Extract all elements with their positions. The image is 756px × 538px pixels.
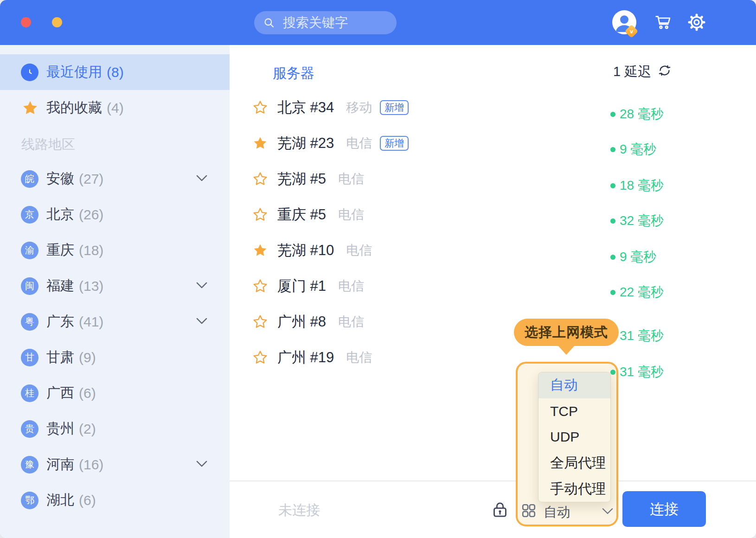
province-badge: 闽 — [21, 277, 38, 295]
region-count: (41) — [79, 314, 103, 330]
star-outline-icon[interactable] — [252, 278, 269, 295]
user-avatar[interactable]: v — [612, 10, 636, 34]
server-carrier: 电信 — [338, 277, 364, 295]
province-badge: 贵 — [21, 420, 38, 438]
sidebar-item-favorites[interactable]: 我的收藏 (4) — [0, 90, 230, 126]
sidebar-item-label: 最近使用 — [46, 63, 102, 82]
server-row[interactable]: 广州 #19 电信 — [252, 339, 409, 375]
server-row[interactable]: 芜湖 #5 电信 — [252, 161, 409, 197]
province-badge: 渝 — [21, 242, 38, 259]
province-badge: 粤 — [21, 313, 38, 331]
titlebar: v — [0, 0, 756, 45]
search-input[interactable] — [254, 11, 397, 34]
connect-button[interactable]: 连接 — [622, 491, 706, 527]
server-row[interactable]: 芜湖 #10 电信 — [252, 232, 409, 268]
latency-value: 22 毫秒 — [610, 283, 664, 301]
menu-item-global-proxy[interactable]: 全局代理 — [538, 450, 610, 476]
server-row[interactable]: 北京 #34 移动 新增 — [252, 90, 409, 125]
chevron-down-icon[interactable] — [602, 508, 613, 516]
province-badge: 京 — [21, 206, 38, 224]
latency-value: 18 毫秒 — [610, 177, 664, 194]
chevron-down-icon[interactable] — [196, 282, 207, 290]
close-window-button[interactable] — [21, 17, 31, 27]
region-name: 福建 — [46, 276, 74, 295]
region-count: (27) — [79, 171, 103, 187]
latency-value: 32 毫秒 — [610, 212, 664, 230]
latency-value: 31 毫秒 — [610, 363, 664, 381]
star-filled-icon[interactable] — [252, 135, 269, 152]
sidebar-item-fujian[interactable]: 闽 福建 (13) — [0, 268, 230, 304]
star-outline-icon[interactable] — [252, 171, 269, 187]
region-name: 广西 — [46, 384, 74, 403]
footer-divider — [230, 480, 756, 481]
region-name: 贵州 — [46, 419, 74, 438]
star-outline-icon[interactable] — [252, 314, 269, 330]
latency-dot — [610, 183, 615, 188]
server-name: 厦门 #1 — [277, 276, 326, 296]
refresh-icon[interactable] — [658, 64, 672, 81]
sidebar-item-guangxi[interactable]: 桂 广西 (6) — [0, 375, 230, 411]
latency-dot — [610, 218, 615, 224]
sidebar-item-count: (4) — [107, 100, 124, 116]
star-outline-icon[interactable] — [252, 349, 269, 366]
region-count: (26) — [79, 207, 103, 223]
cart-icon[interactable] — [654, 13, 673, 32]
latency-dot — [610, 147, 615, 152]
chevron-down-icon[interactable] — [196, 318, 207, 326]
region-name: 河南 — [46, 455, 74, 474]
latency-value: 28 毫秒 — [610, 105, 664, 123]
sidebar-item-recent[interactable]: 最近使用 (8) — [0, 54, 230, 90]
server-carrier: 电信 — [338, 170, 364, 188]
sidebar-item-hubei[interactable]: 鄂 湖北 (6) — [0, 482, 230, 518]
server-carrier: 电信 — [346, 242, 372, 259]
star-outline-icon[interactable] — [252, 206, 269, 223]
server-row[interactable]: 芜湖 #23 电信 新增 — [252, 125, 409, 161]
chevron-down-icon[interactable] — [196, 175, 207, 183]
server-row[interactable]: 广州 #8 电信 — [252, 304, 409, 339]
connection-status: 未连接 — [278, 501, 320, 520]
connect-button-label: 连接 — [650, 500, 679, 519]
server-name: 广州 #19 — [277, 348, 334, 367]
server-carrier: 电信 — [338, 313, 364, 331]
latency-value: 9 毫秒 — [610, 248, 656, 266]
menu-item-tcp[interactable]: TCP — [538, 398, 610, 424]
menu-item-manual-proxy[interactable]: 手动代理 — [538, 476, 610, 502]
search-box — [254, 11, 397, 34]
server-name: 芜湖 #23 — [277, 134, 334, 153]
sidebar-item-gansu[interactable]: 甘 甘肃 (9) — [0, 339, 230, 375]
server-name: 芜湖 #10 — [277, 241, 334, 260]
server-name: 北京 #34 — [277, 98, 334, 117]
sidebar-item-henan[interactable]: 豫 河南 (16) — [0, 447, 230, 482]
mode-select-value[interactable]: 自动 — [544, 503, 570, 522]
server-carrier: 电信 — [346, 134, 372, 152]
server-name: 广州 #8 — [277, 312, 326, 332]
province-badge: 豫 — [21, 456, 38, 474]
latency-header: 1 延迟 — [613, 63, 672, 81]
sidebar-item-anhui[interactable]: 皖 安徽 (27) — [0, 161, 230, 197]
sidebar-item-guangdong[interactable]: 粤 广东 (41) — [0, 304, 230, 339]
region-list: 皖 安徽 (27) 京 北京 (26) 渝 重庆 (18) 闽 福建 (13 — [0, 161, 230, 518]
server-carrier: 移动 — [346, 99, 372, 116]
province-badge: 皖 — [21, 170, 38, 188]
chevron-down-icon[interactable] — [196, 461, 207, 469]
sidebar-item-guizhou[interactable]: 贵 贵州 (2) — [0, 411, 230, 447]
gear-icon[interactable] — [687, 13, 706, 32]
latency-dot — [610, 112, 615, 117]
star-outline-icon[interactable] — [252, 99, 269, 116]
sidebar-item-beijing[interactable]: 京 北京 (26) — [0, 197, 230, 232]
province-badge: 鄂 — [21, 492, 38, 509]
star-filled-icon[interactable] — [252, 242, 269, 259]
grid-mode-icon[interactable] — [520, 502, 537, 519]
lock-icon[interactable] — [491, 500, 509, 519]
sidebar-item-label: 我的收藏 — [46, 98, 102, 117]
server-row[interactable]: 厦门 #1 电信 — [252, 268, 409, 304]
new-badge: 新增 — [380, 136, 409, 151]
menu-item-udp[interactable]: UDP — [538, 424, 610, 450]
mode-tooltip-label: 选择上网模式 — [525, 323, 608, 342]
sidebar-item-chongqing[interactable]: 渝 重庆 (18) — [0, 232, 230, 268]
minimize-window-button[interactable] — [52, 17, 62, 27]
server-row[interactable]: 重庆 #5 电信 — [252, 197, 409, 232]
latency-dot — [610, 370, 615, 375]
menu-item-auto[interactable]: 自动 — [538, 372, 610, 398]
clock-icon — [21, 64, 38, 81]
